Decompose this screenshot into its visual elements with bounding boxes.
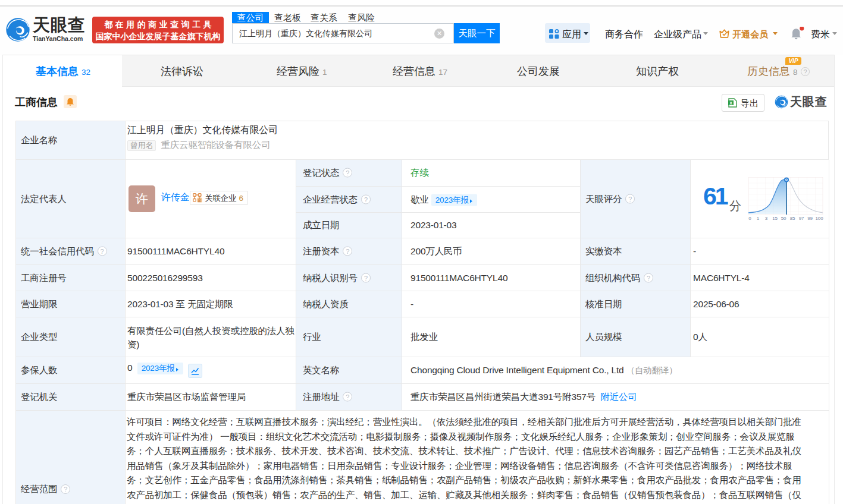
svg-text:15: 15 (772, 216, 778, 221)
svg-text:3: 3 (765, 216, 768, 221)
svg-text:97: 97 (799, 216, 804, 221)
svg-text:85: 85 (790, 216, 795, 221)
svg-text:99: 99 (807, 216, 813, 221)
svg-text:X: X (729, 101, 732, 105)
svg-text:1: 1 (757, 216, 760, 221)
svg-text:50: 50 (781, 216, 786, 221)
svg-text:100: 100 (816, 216, 824, 221)
svg-text:0: 0 (748, 216, 751, 221)
svg-text:企: 企 (197, 198, 202, 202)
